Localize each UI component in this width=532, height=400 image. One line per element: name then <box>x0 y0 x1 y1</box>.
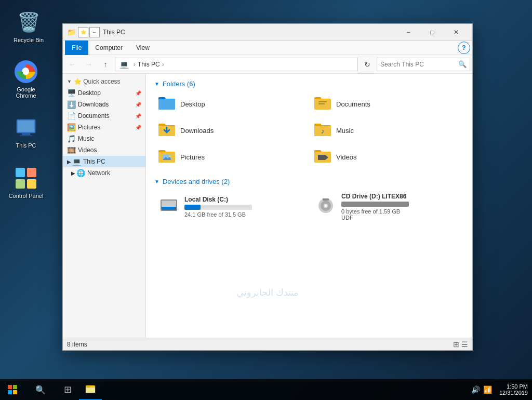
taskbar-task-view[interactable]: ⊞ <box>56 379 79 400</box>
main-panel: ▼ Folders (6) Desktop <box>146 74 472 338</box>
sidebar-item-network[interactable]: ▶ 🌐 Network <box>63 167 145 179</box>
d-drive-bar-fill <box>341 202 409 207</box>
taskbar: 🔍 ⊞ 🔊 📶 1:50 PM 12/31/2019 <box>0 379 532 400</box>
sidebar-music-icon: 🎵 <box>67 135 76 143</box>
back-button[interactable]: ← <box>65 57 79 72</box>
taskbar-date: 12/31/2019 <box>499 390 528 396</box>
up-button[interactable]: ↑ <box>98 57 113 72</box>
folder-music-icon: ♪ <box>314 122 331 140</box>
search-icon: 🔍 <box>458 60 467 68</box>
sidebar-item-downloads[interactable]: ⬇️ Downloads 📌 <box>63 99 145 110</box>
sidebar-desktop-icon: 🖥️ <box>67 89 76 97</box>
sidebar-downloads-label: Downloads <box>78 101 109 108</box>
drives-section-title: Devices and drives (2) <box>163 178 230 185</box>
folder-videos-name: Videos <box>336 153 357 161</box>
ribbon-tab-view[interactable]: View <box>129 41 156 55</box>
sidebar-desktop-label: Desktop <box>78 89 101 97</box>
svg-point-22 <box>174 207 176 209</box>
d-drive-name: CD Drive (D:) LITEX86 <box>341 193 409 200</box>
drive-item-d[interactable]: CD Drive (D:) LITEX86 0 bytes free of 1.… <box>311 190 464 224</box>
svg-rect-31 <box>13 390 17 394</box>
drive-item-c[interactable]: Local Disk (C:) 24.1 GB free of 31.5 GB <box>154 190 307 224</box>
folder-item-music[interactable]: ♪ Music <box>310 118 464 143</box>
c-drive-info: Local Disk (C:) 24.1 GB free of 31.5 GB <box>184 196 252 218</box>
sidebar-documents-pin: 📌 <box>135 113 141 119</box>
close-button[interactable]: ✕ <box>444 24 468 40</box>
help-button[interactable]: ? <box>458 42 470 54</box>
sidebar-pictures-label: Pictures <box>78 124 100 131</box>
sidebar-documents-label: Documents <box>78 112 110 119</box>
volume-tray-icon[interactable]: 📶 <box>483 385 492 394</box>
desktop-icon-recycle-bin[interactable]: 🗑️ Recycle Bin <box>8 8 49 45</box>
chrome-icon <box>14 59 38 84</box>
forward-button[interactable]: → <box>82 57 96 72</box>
sidebar-downloads-icon: ⬇️ <box>67 100 76 109</box>
svg-rect-9 <box>16 179 25 189</box>
title-bar-title: This PC <box>103 29 396 36</box>
folder-item-videos[interactable]: Videos <box>310 145 464 169</box>
this-pc-expand-arrow: ▶ <box>67 159 71 165</box>
address-bar-separator: › <box>134 61 136 68</box>
sidebar-item-pictures[interactable]: 🖼️ Pictures 📌 <box>63 122 145 133</box>
sidebar-item-documents[interactable]: 📄 Documents 📌 <box>63 110 145 122</box>
ribbon-tab-file[interactable]: File <box>65 41 88 55</box>
minimize-button[interactable]: − <box>396 24 420 40</box>
content-area: ▼ ⭐ Quick access 🖥️ Desktop 📌 ⬇️ Downloa… <box>63 74 472 338</box>
this-pc-label: This PC <box>16 142 36 149</box>
svg-rect-17 <box>318 155 325 160</box>
folder-item-pictures[interactable]: Pictures <box>154 145 308 169</box>
taskbar-clock[interactable]: 1:50 PM 12/31/2019 <box>499 383 532 396</box>
ribbon-tab-computer[interactable]: Computer <box>88 41 129 55</box>
sidebar-documents-icon: 📄 <box>67 112 76 120</box>
svg-rect-28 <box>8 385 12 389</box>
sidebar-desktop-pin: 📌 <box>135 90 141 96</box>
folders-grid: Desktop Documents <box>154 92 464 169</box>
desktop: 🗑️ Recycle Bin Google Chrome T <box>0 0 532 400</box>
folder-item-desktop[interactable]: Desktop <box>154 92 308 116</box>
c-drive-space: 24.1 GB free of 31.5 GB <box>184 211 252 218</box>
title-bar-nav-tab[interactable]: ← <box>89 27 100 37</box>
maximize-button[interactable]: □ <box>420 24 444 40</box>
search-input[interactable] <box>380 61 458 68</box>
sidebar-pictures-pin: 📌 <box>135 125 141 130</box>
folder-music-name: Music <box>336 127 354 135</box>
chrome-label: Google Chrome <box>7 86 45 99</box>
quick-access-label: ⭐ Quick access <box>74 78 121 85</box>
svg-rect-27 <box>323 198 329 201</box>
refresh-button[interactable]: ↻ <box>360 57 375 72</box>
folder-item-downloads[interactable]: Downloads <box>154 118 308 143</box>
folder-item-documents[interactable]: Documents <box>310 92 464 116</box>
sidebar-quick-access[interactable]: ▼ ⭐ Quick access <box>63 76 145 87</box>
sidebar-item-this-pc[interactable]: ▶ 💻 This PC <box>63 156 145 167</box>
watermark: منتدك الجابروني <box>236 287 299 298</box>
drives-section-header[interactable]: ▼ Devices and drives (2) <box>154 178 464 185</box>
search-bar[interactable]: 🔍 <box>377 58 470 71</box>
svg-point-2 <box>23 69 29 75</box>
sidebar-music-label: Music <box>78 135 94 142</box>
title-bar-quick-access-tab[interactable]: ⭐ <box>78 27 88 37</box>
address-bar[interactable]: 💻 › This PC › <box>115 58 358 71</box>
svg-rect-7 <box>16 168 25 177</box>
folder-pictures-icon <box>158 148 175 166</box>
start-button[interactable] <box>0 379 25 400</box>
folder-desktop-name: Desktop <box>180 100 205 108</box>
sidebar-network-label: Network <box>87 169 110 177</box>
c-drive-bar-wrapper <box>184 205 252 210</box>
sidebar-item-videos[interactable]: 🎞️ Videos <box>63 144 145 156</box>
taskbar-search[interactable]: 🔍 <box>25 379 56 400</box>
desktop-icon-chrome[interactable]: Google Chrome <box>5 57 47 101</box>
svg-rect-21 <box>162 207 176 210</box>
desktop-icon-control-panel[interactable]: Control Panel <box>5 164 47 201</box>
d-drive-icon <box>315 194 336 220</box>
recycle-bin-icon: 🗑️ <box>16 10 41 35</box>
c-drive-icon <box>158 194 179 220</box>
sidebar-item-music[interactable]: 🎵 Music <box>63 133 145 144</box>
taskbar-explorer-button[interactable] <box>79 379 102 400</box>
list-view-button[interactable]: ☰ <box>461 340 468 349</box>
folder-desktop-icon <box>158 95 175 113</box>
desktop-icon-this-pc[interactable]: This PC <box>5 113 47 151</box>
large-icons-view-button[interactable]: ⊞ <box>453 340 459 349</box>
network-tray-icon[interactable]: 🔊 <box>471 385 480 394</box>
folders-section-header[interactable]: ▼ Folders (6) <box>154 80 464 88</box>
sidebar-item-desktop[interactable]: 🖥️ Desktop 📌 <box>63 87 145 99</box>
